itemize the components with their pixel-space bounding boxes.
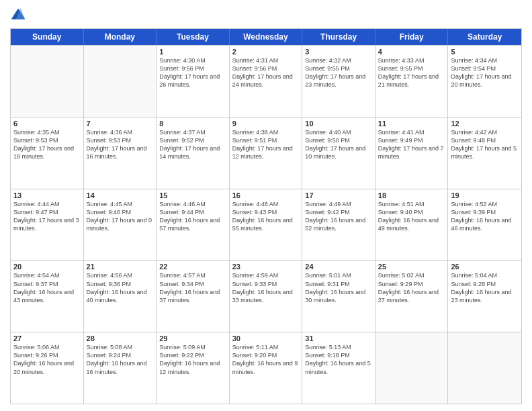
day-cell-9: 9Sunrise: 4:38 AM Sunset: 9:51 PM Daylig…: [230, 118, 303, 189]
calendar-week-5: 27Sunrise: 5:06 AM Sunset: 9:26 PM Dayli…: [11, 332, 521, 404]
day-of-week-wednesday: Wednesday: [230, 29, 303, 45]
day-info: Sunrise: 4:33 AM Sunset: 9:55 PM Dayligh…: [378, 56, 445, 89]
day-number: 28: [87, 334, 154, 342]
day-cell-8: 8Sunrise: 4:37 AM Sunset: 9:52 PM Daylig…: [157, 118, 230, 189]
day-info: Sunrise: 5:01 AM Sunset: 9:31 PM Dayligh…: [305, 271, 372, 304]
day-info: Sunrise: 4:56 AM Sunset: 9:36 PM Dayligh…: [87, 271, 154, 304]
day-info: Sunrise: 4:38 AM Sunset: 9:51 PM Dayligh…: [232, 128, 300, 161]
day-number: 20: [13, 263, 81, 271]
day-cell-22: 22Sunrise: 4:57 AM Sunset: 9:34 PM Dayli…: [157, 261, 230, 332]
day-info: Sunrise: 4:46 AM Sunset: 9:44 PM Dayligh…: [159, 200, 226, 233]
calendar-week-1: 1Sunrise: 4:30 AM Sunset: 9:56 PM Daylig…: [11, 45, 521, 117]
day-cell-28: 28Sunrise: 5:08 AM Sunset: 9:24 PM Dayli…: [84, 332, 157, 404]
day-number: 23: [232, 263, 300, 271]
day-cell-23: 23Sunrise: 4:59 AM Sunset: 9:33 PM Dayli…: [230, 261, 303, 332]
day-cell-4: 4Sunrise: 4:33 AM Sunset: 9:55 PM Daylig…: [375, 46, 449, 117]
day-of-week-sunday: Sunday: [11, 29, 84, 45]
day-cell-7: 7Sunrise: 4:36 AM Sunset: 9:53 PM Daylig…: [84, 118, 157, 189]
day-cell-25: 25Sunrise: 5:02 AM Sunset: 9:29 PM Dayli…: [375, 261, 449, 332]
day-info: Sunrise: 5:09 AM Sunset: 9:22 PM Dayligh…: [159, 343, 226, 376]
day-number: 10: [305, 120, 372, 128]
day-info: Sunrise: 5:04 AM Sunset: 9:28 PM Dayligh…: [451, 271, 519, 304]
day-number: 17: [305, 191, 372, 199]
day-number: 15: [159, 191, 226, 199]
day-cell-1: 1Sunrise: 4:30 AM Sunset: 9:56 PM Daylig…: [157, 46, 230, 117]
day-cell-16: 16Sunrise: 4:48 AM Sunset: 9:43 PM Dayli…: [230, 189, 303, 261]
calendar-header: SundayMondayTuesdayWednesdayThursdayFrid…: [11, 29, 521, 45]
empty-cell: [84, 46, 157, 117]
day-info: Sunrise: 5:02 AM Sunset: 9:29 PM Dayligh…: [378, 271, 445, 304]
day-info: Sunrise: 4:44 AM Sunset: 9:47 PM Dayligh…: [13, 200, 81, 233]
day-cell-29: 29Sunrise: 5:09 AM Sunset: 9:22 PM Dayli…: [157, 332, 230, 404]
day-cell-11: 11Sunrise: 4:41 AM Sunset: 9:49 PM Dayli…: [375, 118, 449, 189]
calendar-week-3: 13Sunrise: 4:44 AM Sunset: 9:47 PM Dayli…: [11, 189, 521, 261]
day-number: 26: [451, 263, 519, 271]
day-cell-3: 3Sunrise: 4:32 AM Sunset: 9:55 PM Daylig…: [302, 46, 375, 117]
day-info: Sunrise: 5:08 AM Sunset: 9:24 PM Dayligh…: [87, 343, 154, 376]
day-cell-30: 30Sunrise: 5:11 AM Sunset: 9:20 PM Dayli…: [230, 332, 303, 404]
header: [10, 7, 522, 23]
day-number: 3: [305, 48, 372, 56]
day-of-week-saturday: Saturday: [448, 29, 521, 45]
day-number: 16: [232, 191, 300, 199]
day-cell-21: 21Sunrise: 4:56 AM Sunset: 9:36 PM Dayli…: [84, 261, 157, 332]
day-info: Sunrise: 4:34 AM Sunset: 9:54 PM Dayligh…: [451, 56, 519, 89]
day-info: Sunrise: 4:48 AM Sunset: 9:43 PM Dayligh…: [232, 200, 300, 233]
day-number: 7: [87, 120, 154, 128]
day-number: 21: [87, 263, 154, 271]
day-info: Sunrise: 4:52 AM Sunset: 9:39 PM Dayligh…: [451, 200, 519, 233]
calendar: SundayMondayTuesdayWednesdayThursdayFrid…: [10, 28, 522, 404]
day-cell-10: 10Sunrise: 4:40 AM Sunset: 9:50 PM Dayli…: [302, 118, 375, 189]
day-number: 6: [13, 120, 81, 128]
day-number: 12: [451, 120, 519, 128]
day-number: 9: [232, 120, 300, 128]
logo-icon: [10, 7, 26, 23]
day-cell-19: 19Sunrise: 4:52 AM Sunset: 9:39 PM Dayli…: [448, 189, 521, 261]
day-cell-13: 13Sunrise: 4:44 AM Sunset: 9:47 PM Dayli…: [11, 189, 84, 261]
day-cell-15: 15Sunrise: 4:46 AM Sunset: 9:44 PM Dayli…: [157, 189, 230, 261]
day-cell-6: 6Sunrise: 4:35 AM Sunset: 9:53 PM Daylig…: [11, 118, 84, 189]
day-info: Sunrise: 4:40 AM Sunset: 9:50 PM Dayligh…: [305, 128, 372, 161]
day-number: 30: [232, 334, 300, 342]
day-number: 8: [159, 120, 226, 128]
day-number: 18: [378, 191, 445, 199]
day-cell-18: 18Sunrise: 4:51 AM Sunset: 9:40 PM Dayli…: [375, 189, 449, 261]
day-number: 13: [13, 191, 81, 199]
calendar-week-2: 6Sunrise: 4:35 AM Sunset: 9:53 PM Daylig…: [11, 117, 521, 189]
day-of-week-monday: Monday: [84, 29, 157, 45]
day-number: 1: [159, 48, 226, 56]
day-number: 25: [378, 263, 445, 271]
logo: [10, 7, 29, 23]
day-info: Sunrise: 5:13 AM Sunset: 9:18 PM Dayligh…: [305, 343, 372, 376]
day-info: Sunrise: 4:36 AM Sunset: 9:53 PM Dayligh…: [87, 128, 154, 161]
day-info: Sunrise: 4:31 AM Sunset: 9:56 PM Dayligh…: [232, 56, 300, 89]
day-cell-5: 5Sunrise: 4:34 AM Sunset: 9:54 PM Daylig…: [448, 46, 521, 117]
calendar-week-4: 20Sunrise: 4:54 AM Sunset: 9:37 PM Dayli…: [11, 260, 521, 332]
day-info: Sunrise: 4:35 AM Sunset: 9:53 PM Dayligh…: [13, 128, 81, 161]
day-info: Sunrise: 4:51 AM Sunset: 9:40 PM Dayligh…: [378, 200, 445, 233]
day-number: 2: [232, 48, 300, 56]
empty-cell: [375, 332, 449, 404]
day-info: Sunrise: 4:45 AM Sunset: 9:46 PM Dayligh…: [87, 200, 154, 233]
day-number: 19: [451, 191, 519, 199]
day-number: 14: [87, 191, 154, 199]
day-info: Sunrise: 5:11 AM Sunset: 9:20 PM Dayligh…: [232, 343, 300, 376]
page: SundayMondayTuesdayWednesdayThursdayFrid…: [0, 0, 532, 411]
day-info: Sunrise: 5:06 AM Sunset: 9:26 PM Dayligh…: [13, 343, 81, 376]
day-number: 11: [378, 120, 445, 128]
day-cell-20: 20Sunrise: 4:54 AM Sunset: 9:37 PM Dayli…: [11, 261, 84, 332]
day-cell-2: 2Sunrise: 4:31 AM Sunset: 9:56 PM Daylig…: [230, 46, 303, 117]
day-info: Sunrise: 4:54 AM Sunset: 9:37 PM Dayligh…: [13, 271, 81, 304]
day-cell-27: 27Sunrise: 5:06 AM Sunset: 9:26 PM Dayli…: [11, 332, 84, 404]
day-cell-12: 12Sunrise: 4:42 AM Sunset: 9:48 PM Dayli…: [448, 118, 521, 189]
day-cell-24: 24Sunrise: 5:01 AM Sunset: 9:31 PM Dayli…: [302, 261, 375, 332]
day-cell-17: 17Sunrise: 4:49 AM Sunset: 9:42 PM Dayli…: [302, 189, 375, 261]
day-of-week-tuesday: Tuesday: [157, 29, 230, 45]
day-info: Sunrise: 4:59 AM Sunset: 9:33 PM Dayligh…: [232, 271, 300, 304]
day-of-week-thursday: Thursday: [302, 29, 375, 45]
empty-cell: [11, 46, 84, 117]
day-info: Sunrise: 4:41 AM Sunset: 9:49 PM Dayligh…: [378, 128, 445, 161]
day-number: 24: [305, 263, 372, 271]
day-info: Sunrise: 4:49 AM Sunset: 9:42 PM Dayligh…: [305, 200, 372, 233]
day-info: Sunrise: 4:42 AM Sunset: 9:48 PM Dayligh…: [451, 128, 519, 161]
